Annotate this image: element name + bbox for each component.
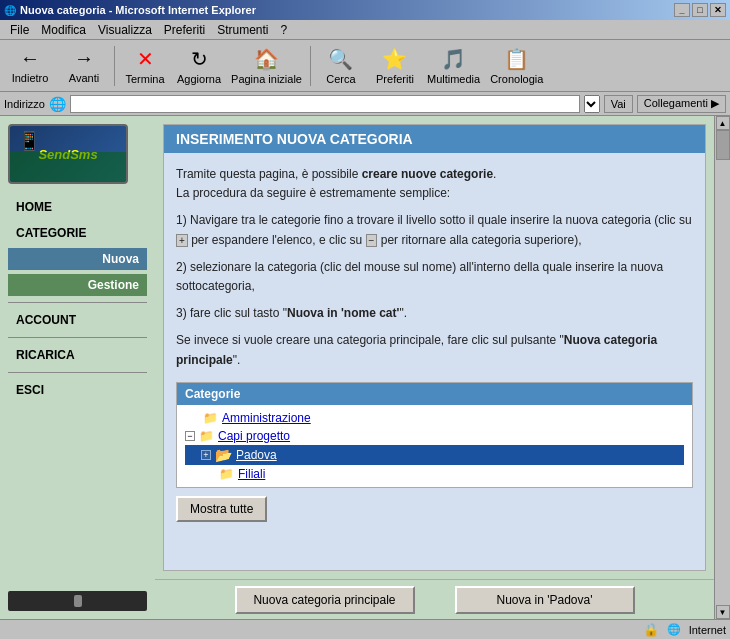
- step3-pre: 3) fare clic sul tasto ": [176, 306, 287, 320]
- sidebar-divider-3: [8, 372, 147, 373]
- address-label: Indirizzo: [4, 98, 45, 110]
- sidebar-scroll-indicator: [74, 595, 82, 607]
- step3-bold: Nuova in 'nome cat': [287, 306, 399, 320]
- links-button[interactable]: Collegamenti ▶: [637, 95, 726, 113]
- logo-phone-icon: 📱: [18, 130, 40, 152]
- menu-visualizza[interactable]: Visualizza: [92, 21, 158, 39]
- scrollbar-down-button[interactable]: ▼: [716, 605, 730, 619]
- tree-link-filiali[interactable]: Filiali: [238, 467, 265, 481]
- scrollbar-track: [715, 130, 730, 605]
- address-bar: Indirizzo 🌐 Vai Collegamenti ▶: [0, 92, 730, 116]
- tree-expand-padova[interactable]: +: [201, 450, 211, 460]
- step2-paragraph: 2) selezionare la categoria (clic del mo…: [176, 258, 693, 296]
- intro-bold: creare nuove categorie: [362, 167, 493, 181]
- main-area: SendSms 📱 HOME CATEGORIE Nuova Gestione …: [0, 116, 730, 619]
- stop-icon: ✕: [137, 47, 154, 71]
- menu-preferiti[interactable]: Preferiti: [158, 21, 211, 39]
- step1-mid: per espandere l'elenco, e clic su: [188, 233, 366, 247]
- home-button[interactable]: 🏠 Pagina iniziale: [227, 43, 306, 89]
- step2-text: 2) selezionare la categoria (clic del mo…: [176, 260, 663, 293]
- title-bar: 🌐 Nuova categoria - Microsoft Internet E…: [0, 0, 730, 20]
- scrollbar-up-button[interactable]: ▲: [716, 116, 730, 130]
- media-button[interactable]: 🎵 Multimedia: [423, 43, 484, 89]
- sidebar-item-account[interactable]: ACCOUNT: [8, 309, 147, 331]
- tree-link-padova[interactable]: Padova: [236, 448, 277, 462]
- maximize-button[interactable]: □: [692, 3, 708, 17]
- step3-end: ".: [399, 306, 407, 320]
- history-icon: 📋: [504, 47, 529, 71]
- folder-icon-3: 📂: [215, 447, 232, 463]
- close-button[interactable]: ✕: [710, 3, 726, 17]
- scrollbar: ▲ ▼: [714, 116, 730, 619]
- tree-item-padova[interactable]: + 📂 Padova: [185, 445, 684, 465]
- lock-icon: 🔒: [643, 622, 659, 637]
- sidebar-item-categorie[interactable]: CATEGORIE: [8, 222, 147, 244]
- step1-end: per ritornare alla categoria superiore),: [377, 233, 581, 247]
- sidebar-bottom-bar: [8, 591, 147, 611]
- mostra-tutte-button[interactable]: Mostra tutte: [176, 496, 267, 522]
- sidebar-item-gestione[interactable]: Gestione: [8, 274, 147, 296]
- sidebar-divider-1: [8, 302, 147, 303]
- go-button[interactable]: Vai: [604, 95, 633, 113]
- categories-content: 📁 Amministrazione − 📁 Capi progetto + 📂 …: [177, 405, 692, 487]
- address-dropdown[interactable]: [584, 95, 600, 113]
- menu-bar: File Modifica Visualizza Preferiti Strum…: [0, 20, 730, 40]
- home-label: Pagina iniziale: [231, 73, 302, 85]
- favorites-icon: ⭐: [382, 47, 407, 71]
- menu-strumenti[interactable]: Strumenti: [211, 21, 274, 39]
- title-bar-left: 🌐 Nuova categoria - Microsoft Internet E…: [4, 4, 256, 16]
- tree-item-amministrazione[interactable]: 📁 Amministrazione: [185, 409, 684, 427]
- toolbar-sep-2: [310, 46, 311, 86]
- sidebar-item-esci[interactable]: ESCI: [8, 379, 147, 401]
- search-button[interactable]: 🔍 Cerca: [315, 43, 367, 89]
- sidebar-item-nuova[interactable]: Nuova: [8, 248, 147, 270]
- alt-paragraph: Se invece si vuole creare una categoria …: [176, 331, 693, 369]
- back-button[interactable]: ← Indietro: [4, 43, 56, 89]
- folder-icon-2: 📁: [199, 429, 214, 443]
- favorites-button[interactable]: ⭐ Preferiti: [369, 43, 421, 89]
- intro-text: Tramite questa pagina, è possibile: [176, 167, 362, 181]
- menu-file[interactable]: File: [4, 21, 35, 39]
- tree-item-filiali[interactable]: 📁 Filiali: [185, 465, 684, 483]
- toolbar: ← Indietro → Avanti ✕ Termina ↻ Aggiorna…: [0, 40, 730, 92]
- toolbar-sep-1: [114, 46, 115, 86]
- stop-button[interactable]: ✕ Termina: [119, 43, 171, 89]
- address-input[interactable]: [70, 95, 580, 113]
- back-icon: ←: [20, 47, 40, 70]
- tree-expand-capi[interactable]: −: [185, 431, 195, 441]
- sidebar-item-ricarica[interactable]: RICARICA: [8, 344, 147, 366]
- tree-item-capi-progetto[interactable]: − 📁 Capi progetto: [185, 427, 684, 445]
- favorites-label: Preferiti: [376, 73, 414, 85]
- tree-link-amministrazione[interactable]: Amministrazione: [222, 411, 311, 425]
- history-label: Cronologia: [490, 73, 543, 85]
- btn-area: Mostra tutte: [176, 496, 693, 522]
- nuova-in-padova-button[interactable]: Nuova in 'Padova': [455, 586, 635, 614]
- search-label: Cerca: [326, 73, 355, 85]
- back-label: Indietro: [12, 72, 49, 84]
- stop-label: Termina: [125, 73, 164, 85]
- sidebar-logo: SendSms 📱: [8, 124, 128, 184]
- history-button[interactable]: 📋 Cronologia: [486, 43, 547, 89]
- tree-link-capi-progetto[interactable]: Capi progetto: [218, 429, 290, 443]
- intro-paragraph: Tramite questa pagina, è possibile crear…: [176, 165, 693, 203]
- nuova-categoria-principale-button[interactable]: Nuova categoria principale: [235, 586, 415, 614]
- categories-header: Categorie: [177, 383, 692, 405]
- minimize-button[interactable]: _: [674, 3, 690, 17]
- forward-button[interactable]: → Avanti: [58, 43, 110, 89]
- content-area: INSERIMENTO NUOVA CATEGORIA Tramite ques…: [155, 116, 714, 619]
- links-label: Collegamenti: [644, 97, 708, 109]
- refresh-button[interactable]: ↻ Aggiorna: [173, 43, 225, 89]
- forward-label: Avanti: [69, 72, 99, 84]
- internet-zone-label: Internet: [689, 624, 726, 636]
- step1-text: 1) Navigare tra le categorie fino a trov…: [176, 213, 692, 227]
- menu-help[interactable]: ?: [275, 21, 294, 39]
- menu-modifica[interactable]: Modifica: [35, 21, 92, 39]
- media-icon: 🎵: [441, 47, 466, 71]
- refresh-label: Aggiorna: [177, 73, 221, 85]
- refresh-icon: ↻: [191, 47, 208, 71]
- content-title: INSERIMENTO NUOVA CATEGORIA: [164, 125, 705, 153]
- folder-icon-4: 📁: [219, 467, 234, 481]
- status-right: 🔒 🌐 Internet: [643, 622, 726, 637]
- scrollbar-thumb[interactable]: [716, 130, 730, 160]
- sidebar-item-home[interactable]: HOME: [8, 196, 147, 218]
